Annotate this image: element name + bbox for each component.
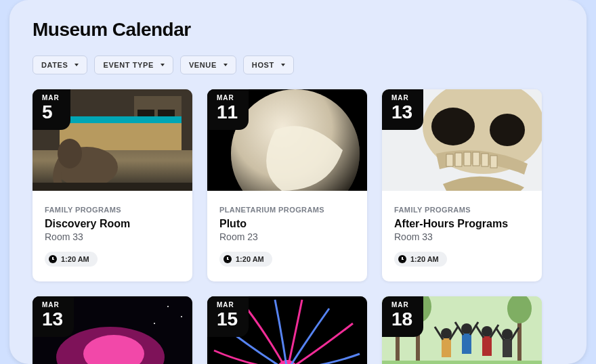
event-card-body: FAMILY PROGRAMS Discovery Room Room 33 1…	[33, 191, 192, 281]
date-day: 5	[42, 103, 60, 122]
svg-point-28	[154, 323, 155, 324]
event-card[interactable]: MAR 18	[382, 296, 542, 364]
svg-rect-36	[382, 361, 542, 364]
event-card-body: PLANETARIUM PROGRAMS Pluto Room 23 1:20 …	[207, 191, 367, 281]
svg-rect-21	[473, 152, 480, 166]
event-card[interactable]: MAR 15	[207, 296, 367, 364]
calendar-frame: Museum Calendar DATES EVENT TYPE VENUE H…	[9, 0, 587, 364]
date-month: MAR	[217, 95, 238, 101]
svg-rect-22	[482, 154, 488, 166]
date-day: 13	[42, 310, 63, 329]
date-day: 13	[391, 103, 412, 122]
date-day: 11	[217, 103, 238, 122]
filter-label: EVENT TYPE	[103, 61, 153, 69]
svg-rect-23	[490, 156, 497, 168]
event-category: FAMILY PROGRAMS	[45, 206, 180, 214]
event-time: 1:20 AM	[61, 255, 89, 263]
date-badge: MAR 11	[207, 89, 249, 130]
event-card[interactable]: MAR 11 PLANETARIUM PROGRAMS Pluto Room 2…	[207, 89, 367, 281]
svg-rect-18	[446, 154, 453, 166]
event-card[interactable]: MAR 13 FAMILY PROGRAMS After-Hours Progr…	[382, 89, 542, 281]
filter-event-type[interactable]: EVENT TYPE	[94, 55, 173, 74]
svg-point-30	[181, 316, 182, 317]
date-month: MAR	[217, 302, 238, 309]
date-badge: MAR 15	[207, 296, 249, 337]
event-time: 1:20 AM	[236, 255, 264, 263]
filter-label: VENUE	[189, 61, 217, 69]
filter-host[interactable]: HOST	[243, 55, 294, 74]
page-title: Museum Calendar	[33, 19, 563, 41]
event-image: MAR 13	[382, 89, 542, 191]
svg-rect-10	[33, 183, 192, 191]
events-grid: MAR 5 FAMILY PROGRAMS Discovery Room Roo…	[33, 89, 563, 364]
svg-point-17	[490, 114, 525, 146]
event-room: Room 33	[45, 231, 180, 242]
event-room: Room 23	[219, 231, 355, 242]
svg-rect-5	[60, 116, 182, 123]
event-card[interactable]: MAR 5 FAMILY PROGRAMS Discovery Room Roo…	[33, 89, 192, 281]
chevron-down-icon	[74, 64, 79, 66]
event-image: MAR 18	[382, 296, 542, 364]
event-title: After-Hours Programs	[394, 218, 530, 230]
date-month: MAR	[42, 95, 60, 101]
event-image: MAR 13	[33, 296, 192, 364]
date-badge: MAR 18	[382, 296, 423, 337]
filter-dates[interactable]: DATES	[33, 55, 87, 74]
clock-icon	[49, 255, 57, 263]
event-time: 1:20 AM	[410, 255, 439, 263]
svg-rect-46	[462, 334, 471, 354]
event-time-pill: 1:20 AM	[394, 252, 447, 267]
svg-rect-48	[482, 336, 492, 356]
filter-venue[interactable]: VENUE	[180, 55, 236, 74]
svg-point-9	[58, 139, 82, 168]
svg-rect-44	[442, 338, 451, 357]
svg-rect-20	[464, 152, 471, 166]
event-room: Room 33	[394, 231, 530, 242]
event-time-pill: 1:20 AM	[45, 252, 98, 267]
date-month: MAR	[42, 302, 63, 309]
svg-rect-50	[503, 339, 512, 357]
event-title: Discovery Room	[45, 218, 180, 230]
chevron-down-icon	[281, 64, 285, 66]
event-category: PLANETARIUM PROGRAMS	[219, 206, 355, 214]
date-day: 15	[217, 310, 238, 329]
event-category: FAMILY PROGRAMS	[394, 206, 530, 214]
clock-icon	[398, 255, 406, 263]
svg-rect-19	[455, 153, 462, 166]
event-image: MAR 5	[33, 89, 192, 191]
filter-label: HOST	[252, 61, 274, 69]
svg-point-27	[167, 306, 169, 307]
svg-point-16	[431, 108, 475, 145]
event-time-pill: 1:20 AM	[219, 252, 272, 267]
filter-label: DATES	[41, 61, 68, 69]
date-day: 18	[391, 310, 412, 329]
date-badge: MAR 13	[33, 296, 74, 337]
chevron-down-icon	[161, 64, 165, 66]
event-image: MAR 11	[207, 89, 367, 191]
date-month: MAR	[391, 95, 412, 101]
event-title: Pluto	[219, 218, 355, 230]
filter-bar: DATES EVENT TYPE VENUE HOST	[33, 55, 563, 74]
date-badge: MAR 13	[382, 89, 423, 130]
event-card[interactable]: MAR 13	[33, 296, 192, 364]
date-badge: MAR 5	[33, 89, 70, 130]
event-image: MAR 15	[207, 296, 367, 364]
clock-icon	[224, 255, 232, 263]
chevron-down-icon	[224, 64, 228, 66]
date-month: MAR	[391, 302, 412, 309]
event-card-body: FAMILY PROGRAMS After-Hours Programs Roo…	[382, 191, 542, 281]
